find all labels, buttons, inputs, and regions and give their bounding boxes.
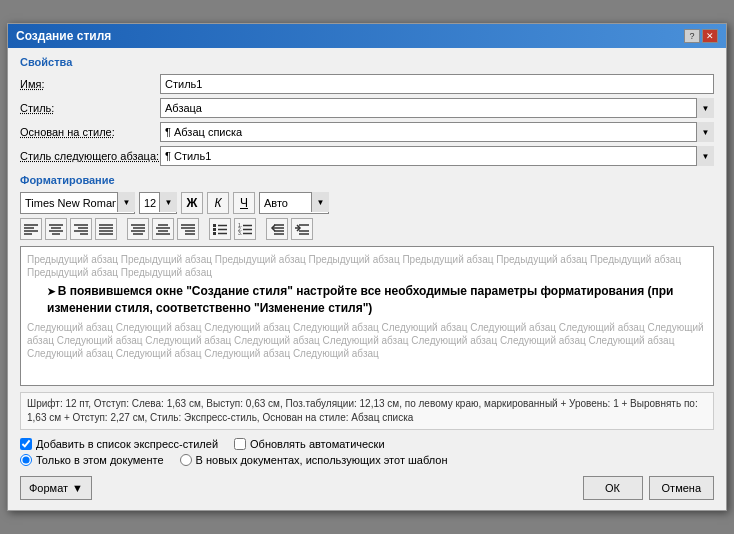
properties-label: Свойства xyxy=(20,56,714,68)
express-checkbox-text: Добавить в список экспресс-стилей xyxy=(36,438,218,450)
font-select[interactable]: Times New Roman xyxy=(20,192,135,214)
format-row1: Times New Roman ▼ 12 ▼ Ж К Ч Авто xyxy=(20,192,714,214)
list1-button[interactable] xyxy=(209,218,231,240)
based-select[interactable]: ¶ Абзац списка xyxy=(160,122,714,142)
based-row: Основан на стиле: ¶ Абзац списка ▼ xyxy=(20,122,714,142)
color-select[interactable]: Авто xyxy=(259,192,329,214)
indent-decrease-button[interactable] xyxy=(266,218,288,240)
color-select-wrapper: Авто ▼ xyxy=(259,192,329,214)
format-section: Форматирование Times New Roman ▼ 12 ▼ Ж … xyxy=(20,174,714,240)
size-select[interactable]: 12 xyxy=(139,192,177,214)
auto-checkbox-label[interactable]: Обновлять автоматически xyxy=(234,438,385,450)
indent-increase-button[interactable] xyxy=(291,218,313,240)
preview-next-text: Следующий абзац Следующий абзац Следующи… xyxy=(27,321,707,360)
this-doc-radio[interactable] xyxy=(20,454,32,466)
underline-button[interactable]: Ч xyxy=(233,192,255,214)
new-docs-radio-label[interactable]: В новых документах, использующих этот ша… xyxy=(180,454,448,466)
format-button-label: Формат xyxy=(29,482,68,494)
action-buttons: ОК Отмена xyxy=(583,476,714,500)
svg-text:3.: 3. xyxy=(238,230,242,235)
express-checkbox[interactable] xyxy=(20,438,32,450)
list2-button[interactable]: 1.2.3. xyxy=(234,218,256,240)
based-select-wrapper: ¶ Абзац списка ▼ xyxy=(160,122,714,142)
align-center-button[interactable] xyxy=(45,218,67,240)
preview-box: Предыдущий абзац Предыдущий абзац Предыд… xyxy=(20,246,714,386)
svg-rect-28 xyxy=(213,224,216,227)
preview-prev-text: Предыдущий абзац Предыдущий абзац Предыд… xyxy=(27,253,707,279)
radio-row: Только в этом документе В новых документ… xyxy=(20,454,714,466)
new-docs-radio[interactable] xyxy=(180,454,192,466)
preview-main-text: В появившемся окне "Создание стиля" наст… xyxy=(47,283,707,317)
new-docs-radio-text: В новых документах, использующих этот ша… xyxy=(196,454,448,466)
align-left-button[interactable] xyxy=(20,218,42,240)
size-select-wrapper: 12 ▼ xyxy=(139,192,177,214)
name-input[interactable] xyxy=(160,74,714,94)
align-right2-button[interactable] xyxy=(177,218,199,240)
format-dropdown-arrow: ▼ xyxy=(72,482,83,494)
description-box: Шрифт: 12 пт, Отступ: Слева: 1,63 см, Вы… xyxy=(20,392,714,430)
ok-button[interactable]: ОК xyxy=(583,476,643,500)
next-row: Стиль следующего абзаца: ¶ Стиль1 ▼ xyxy=(20,146,714,166)
cancel-button[interactable]: Отмена xyxy=(649,476,714,500)
name-label: Имя: xyxy=(20,78,160,90)
align-left2-button[interactable] xyxy=(127,218,149,240)
format-button[interactable]: Формат ▼ xyxy=(20,476,92,500)
next-label: Стиль следующего абзаца: xyxy=(20,150,160,162)
checkbox-row: Добавить в список экспресс-стилей Обновл… xyxy=(20,438,714,450)
font-select-wrapper: Times New Roman ▼ xyxy=(20,192,135,214)
align-justify-button[interactable] xyxy=(95,218,117,240)
create-style-dialog: Создание стиля ? ✕ Свойства Имя: Стиль: … xyxy=(7,23,727,511)
align-center2-button[interactable] xyxy=(152,218,174,240)
svg-rect-32 xyxy=(213,232,216,235)
this-doc-radio-text: Только в этом документе xyxy=(36,454,164,466)
title-bar: Создание стиля ? ✕ xyxy=(8,24,726,48)
style-label: Стиль: xyxy=(20,102,160,114)
auto-checkbox[interactable] xyxy=(234,438,246,450)
dialog-title: Создание стиля xyxy=(16,29,111,43)
format-row2: 1.2.3. xyxy=(20,218,714,240)
dialog-body: Свойства Имя: Стиль: Абзаца ▼ Основан на… xyxy=(8,48,726,510)
align-right-button[interactable] xyxy=(70,218,92,240)
auto-checkbox-text: Обновлять автоматически xyxy=(250,438,385,450)
next-select[interactable]: ¶ Стиль1 xyxy=(160,146,714,166)
name-row: Имя: xyxy=(20,74,714,94)
this-doc-radio-label[interactable]: Только в этом документе xyxy=(20,454,164,466)
style-select-wrapper: Абзаца ▼ xyxy=(160,98,714,118)
next-select-wrapper: ¶ Стиль1 ▼ xyxy=(160,146,714,166)
based-label: Основан на стиле: xyxy=(20,126,160,138)
express-checkbox-label[interactable]: Добавить в список экспресс-стилей xyxy=(20,438,218,450)
properties-section: Свойства Имя: Стиль: Абзаца ▼ Основан на… xyxy=(20,56,714,166)
svg-rect-30 xyxy=(213,228,216,231)
italic-button[interactable]: К xyxy=(207,192,229,214)
help-button[interactable]: ? xyxy=(684,29,700,43)
bottom-row: Формат ▼ ОК Отмена xyxy=(20,476,714,500)
close-button[interactable]: ✕ xyxy=(702,29,718,43)
style-row: Стиль: Абзаца ▼ xyxy=(20,98,714,118)
bold-button[interactable]: Ж xyxy=(181,192,203,214)
format-label: Форматирование xyxy=(20,174,714,186)
style-select[interactable]: Абзаца xyxy=(160,98,714,118)
title-bar-buttons: ? ✕ xyxy=(684,29,718,43)
